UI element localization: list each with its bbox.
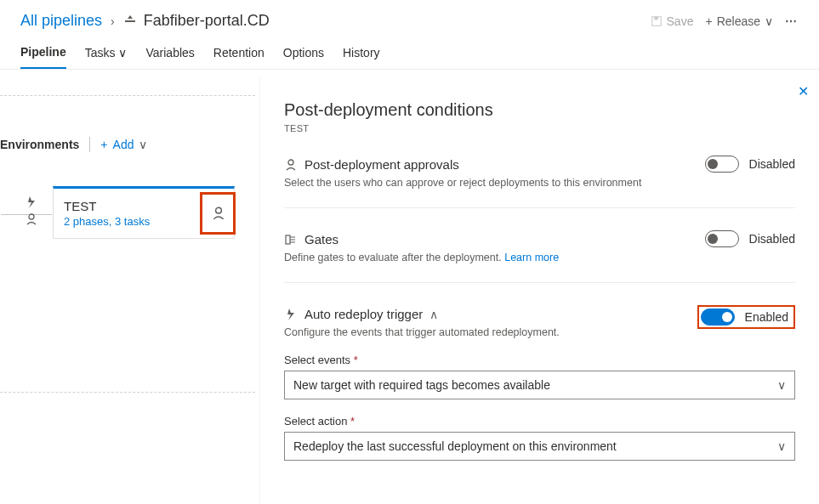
- tab-variables[interactable]: Variables: [145, 45, 194, 69]
- toolbar: Save + Release ∨ ⋯: [651, 14, 799, 28]
- approvals-title: Post-deployment approvals: [304, 157, 459, 172]
- stage-name: TEST: [64, 199, 195, 213]
- plus-icon: +: [705, 14, 712, 28]
- select-events-dropdown[interactable]: New target with required tags becomes av…: [284, 371, 795, 399]
- add-environment-button[interactable]: + Add ∨: [100, 138, 147, 151]
- save-button: Save: [651, 14, 694, 28]
- divider: [89, 137, 90, 152]
- select-action-label: Select action *: [284, 415, 795, 428]
- chevron-right-icon: ›: [111, 14, 115, 28]
- tab-retention[interactable]: Retention: [213, 45, 264, 69]
- release-label: Release: [717, 14, 760, 28]
- chevron-up-icon[interactable]: ∧: [429, 308, 438, 321]
- stage-card[interactable]: TEST 2 phases, 3 tasks: [53, 186, 235, 239]
- stage-tasks-link[interactable]: 2 phases, 3 tasks: [64, 215, 150, 228]
- more-actions-button[interactable]: ⋯: [785, 14, 799, 28]
- redeploy-toggle[interactable]: [701, 309, 735, 326]
- panel-title: Post-deployment conditions: [284, 100, 795, 120]
- breadcrumb-title: Fabfiber-portal.CD: [123, 12, 270, 30]
- svg-rect-6: [286, 235, 290, 244]
- panel-subtitle: TEST: [284, 123, 795, 133]
- environments-pane: Environments + Add ∨ TEST 2 phases, 3 ta…: [0, 85, 255, 403]
- pre-deploy-conditions-button[interactable]: [25, 195, 38, 226]
- select-events-value: New target with required tags becomes av…: [293, 378, 550, 392]
- save-label: Save: [667, 14, 694, 28]
- approvals-desc: Select the users who can approve or reje…: [284, 177, 795, 189]
- environments-label: Environments: [0, 138, 79, 151]
- redeploy-toggle-label: Enabled: [745, 310, 788, 324]
- approvals-toggle-label: Disabled: [749, 157, 795, 171]
- release-button[interactable]: + Release ∨: [705, 14, 773, 28]
- trigger-icon: [284, 308, 298, 321]
- select-action-value: Redeploy the last successful deployment …: [293, 439, 617, 453]
- svg-point-4: [215, 207, 221, 213]
- gates-title: Gates: [304, 232, 338, 246]
- gates-toggle-row: Disabled: [705, 230, 795, 247]
- gates-desc: Define gates to evaluate after the deplo…: [284, 252, 795, 263]
- pipeline-name: Fabfiber-portal.CD: [144, 12, 270, 30]
- redeploy-title: Auto redeploy trigger: [304, 307, 423, 321]
- chevron-down-icon: ∨: [777, 378, 786, 392]
- person-icon: [25, 212, 38, 226]
- save-icon: [651, 15, 663, 27]
- release-definition-icon: [123, 14, 137, 28]
- person-icon: [284, 158, 298, 172]
- redeploy-toggle-highlight: Enabled: [697, 305, 795, 329]
- svg-point-3: [29, 214, 34, 219]
- gates-toggle-label: Disabled: [749, 232, 795, 246]
- section-approvals: Post-deployment approvals Select the use…: [284, 157, 795, 208]
- post-deploy-conditions-button[interactable]: [202, 194, 234, 233]
- add-label: Add: [113, 138, 134, 151]
- post-deploy-panel: ✕ Post-deployment conditions TEST Post-d…: [259, 76, 819, 504]
- approvals-toggle-row: Disabled: [705, 156, 795, 173]
- person-icon: [211, 206, 226, 221]
- select-events-label: Select events *: [284, 354, 795, 366]
- tab-tasks-label: Tasks: [85, 46, 116, 59]
- breadcrumb: All pipelines › Fabfiber-portal.CD Save …: [0, 0, 819, 35]
- tab-pipeline[interactable]: Pipeline: [20, 45, 66, 69]
- tab-options[interactable]: Options: [283, 45, 324, 69]
- close-button[interactable]: ✕: [798, 83, 809, 99]
- breadcrumb-root-link[interactable]: All pipelines: [20, 12, 102, 30]
- chevron-down-icon: ∨: [777, 439, 786, 453]
- gates-learn-more-link[interactable]: Learn more: [504, 252, 559, 263]
- approvals-toggle[interactable]: [705, 156, 739, 173]
- select-action-dropdown[interactable]: Redeploy the last successful deployment …: [284, 432, 795, 461]
- stage-body[interactable]: TEST 2 phases, 3 tasks: [54, 189, 202, 238]
- environments-header: Environments + Add ∨: [0, 106, 255, 159]
- svg-point-5: [288, 160, 293, 165]
- svg-rect-2: [654, 16, 657, 20]
- gates-toggle[interactable]: [705, 230, 739, 247]
- trigger-icon: [25, 195, 38, 209]
- gates-icon: [284, 233, 298, 246]
- chevron-down-icon: ∨: [118, 46, 127, 59]
- tab-history[interactable]: History: [343, 45, 380, 69]
- chevron-down-icon: ∨: [139, 138, 147, 151]
- tab-tasks[interactable]: Tasks ∨: [85, 45, 128, 69]
- divider: [0, 392, 255, 393]
- chevron-down-icon: ∨: [765, 14, 773, 28]
- divider: [0, 95, 255, 96]
- svg-rect-0: [125, 20, 135, 22]
- section-gates: Gates Define gates to evaluate after the…: [284, 232, 795, 283]
- tabs: Pipeline Tasks ∨ Variables Retention Opt…: [0, 35, 819, 70]
- plus-icon: +: [100, 138, 107, 151]
- section-auto-redeploy: Auto redeploy trigger ∧ Configure the ev…: [284, 307, 795, 461]
